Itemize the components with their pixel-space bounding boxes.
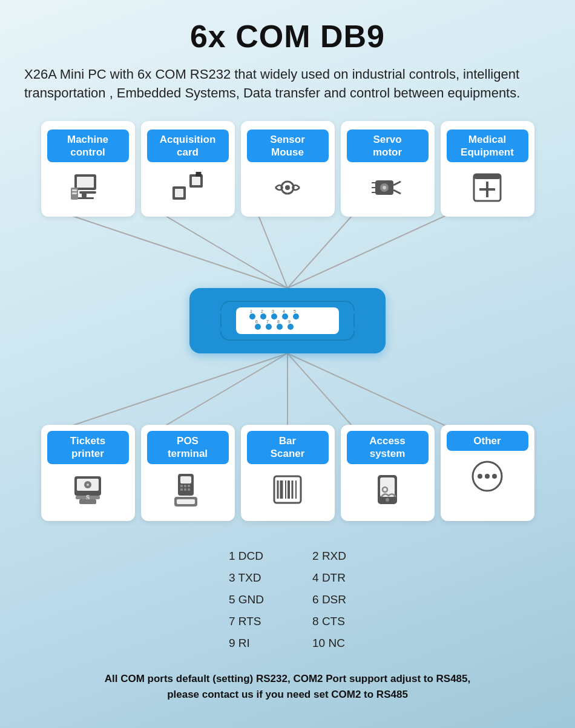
svg-text:4: 4	[283, 309, 285, 313]
svg-line-32	[288, 215, 446, 288]
svg-text:1: 1	[250, 309, 252, 313]
svg-point-90	[485, 474, 490, 479]
pin-item: 8 CTS	[312, 611, 346, 632]
access-system-icon	[369, 471, 406, 513]
card-label-sensor-mouse: Sensor Mouse	[247, 130, 329, 163]
svg-line-59	[288, 353, 446, 426]
top-lines-svg	[24, 215, 551, 288]
svg-rect-25	[474, 174, 501, 179]
card-label-pos-terminal: POS terminal	[147, 431, 229, 464]
svg-line-31	[288, 215, 352, 288]
card-label-access-system: Access system	[347, 431, 429, 464]
svg-rect-7	[72, 192, 77, 194]
svg-rect-73	[184, 488, 186, 491]
svg-point-91	[492, 474, 497, 479]
sensor-mouse-icon	[269, 169, 306, 211]
svg-rect-6	[72, 189, 77, 191]
page-title: 6x COM DB9	[24, 18, 551, 54]
card-label-other: Other	[447, 431, 528, 451]
svg-line-30	[258, 215, 288, 288]
svg-rect-72	[180, 488, 183, 491]
svg-point-15	[285, 185, 290, 190]
card-label-tickets-printer: Tickets printer	[47, 431, 129, 464]
svg-point-86	[386, 498, 389, 502]
pin-item: 7 RTS	[229, 611, 264, 632]
machine-control-icon	[70, 169, 106, 211]
db9-connector: 1 2 3 4 5 6 7 8 9	[189, 288, 386, 353]
svg-rect-1	[77, 177, 94, 188]
svg-line-17	[393, 182, 401, 185]
pin-right-col: 2 RXD4 DTR6 DSR8 CTS10 NC	[312, 545, 346, 654]
top-card-servo-motor: Servo motor	[341, 121, 435, 217]
card-label-machine-control: Machine control	[47, 130, 129, 163]
acquisition-card-icon	[169, 169, 206, 211]
bottom-card-access-system: Access system	[341, 425, 435, 521]
tickets-printer-icon: $	[70, 471, 106, 513]
svg-rect-9	[175, 189, 183, 197]
svg-rect-71	[188, 485, 190, 487]
footer-note: All COM ports default (setting) RS232, C…	[24, 671, 551, 702]
other-icon	[469, 458, 505, 499]
svg-point-37	[249, 313, 255, 320]
pin-item: 4 DTR	[312, 567, 346, 589]
svg-rect-74	[188, 488, 190, 491]
devices-section: Machine controlAcquisition cardSensor Mo…	[24, 121, 551, 521]
pin-item: 10 NC	[312, 632, 346, 654]
svg-text:9: 9	[288, 320, 291, 324]
bottom-card-other: Other	[441, 425, 534, 521]
connector-svg: 1 2 3 4 5 6 7 8 9	[203, 297, 372, 345]
bottom-cards-row: Tickets printer$POS terminalBar ScanerAc…	[41, 425, 534, 521]
page-container: 6x COM DB9 X26A Mini PC with 6x COM RS23…	[0, 0, 575, 720]
svg-text:5: 5	[294, 309, 296, 313]
svg-point-44	[277, 324, 283, 330]
svg-rect-69	[180, 485, 183, 487]
svg-text:6: 6	[255, 320, 258, 324]
card-label-medical-equipment: Medical Equipment	[447, 130, 528, 163]
bar-scanner-icon	[269, 471, 306, 513]
pin-item: 2 RXD	[312, 545, 346, 567]
top-card-machine-control: Machine control	[41, 121, 135, 217]
svg-text:8: 8	[277, 320, 280, 324]
svg-line-29	[165, 215, 288, 288]
svg-line-58	[288, 353, 352, 426]
top-card-medical-equipment: Medical Equipment	[441, 121, 534, 217]
svg-text:2: 2	[261, 309, 263, 313]
svg-point-42	[255, 324, 261, 330]
svg-point-39	[271, 313, 277, 320]
svg-point-38	[260, 313, 266, 320]
svg-point-63	[87, 484, 89, 486]
top-card-acquisition-card: Acquisition card	[141, 121, 235, 217]
card-label-bar-scanner: Bar Scaner	[247, 431, 329, 464]
svg-rect-66	[79, 499, 96, 504]
svg-rect-76	[177, 499, 195, 504]
svg-rect-13	[192, 177, 200, 185]
svg-point-23	[383, 186, 386, 189]
bottom-card-bar-scanner: Bar Scaner	[241, 425, 335, 521]
pin-legend: 1 DCD3 TXD5 GND7 RTS9 RI 2 RXD4 DTR6 DSR…	[24, 545, 551, 654]
svg-line-56	[165, 353, 288, 426]
description-text: X26A Mini PC with 6x COM RS232 that wide…	[24, 65, 551, 103]
pin-left-col: 1 DCD3 TXD5 GND7 RTS9 RI	[229, 545, 264, 654]
svg-rect-2	[79, 191, 96, 194]
card-label-acquisition-card: Acquisition card	[147, 130, 229, 163]
svg-point-41	[293, 313, 299, 320]
pin-item: 3 TXD	[229, 567, 264, 589]
svg-rect-3	[82, 194, 87, 197]
servo-motor-icon	[369, 169, 406, 211]
svg-point-40	[282, 313, 288, 320]
svg-line-18	[393, 190, 401, 194]
svg-point-45	[288, 324, 294, 330]
svg-text:3: 3	[272, 309, 274, 313]
top-card-sensor-mouse: Sensor Mouse	[241, 121, 335, 217]
pin-item: 5 GND	[229, 589, 264, 611]
svg-text:7: 7	[266, 320, 269, 324]
pin-item: 9 RI	[229, 632, 264, 654]
pos-terminal-icon	[169, 471, 206, 513]
bottom-lines-svg	[24, 353, 551, 426]
bottom-card-tickets-printer: Tickets printer$	[41, 425, 135, 521]
bottom-card-pos-terminal: POS terminal	[141, 425, 235, 521]
medical-equipment-icon	[469, 169, 505, 211]
svg-rect-68	[180, 476, 191, 484]
svg-rect-70	[184, 485, 186, 487]
svg-line-28	[71, 215, 288, 288]
